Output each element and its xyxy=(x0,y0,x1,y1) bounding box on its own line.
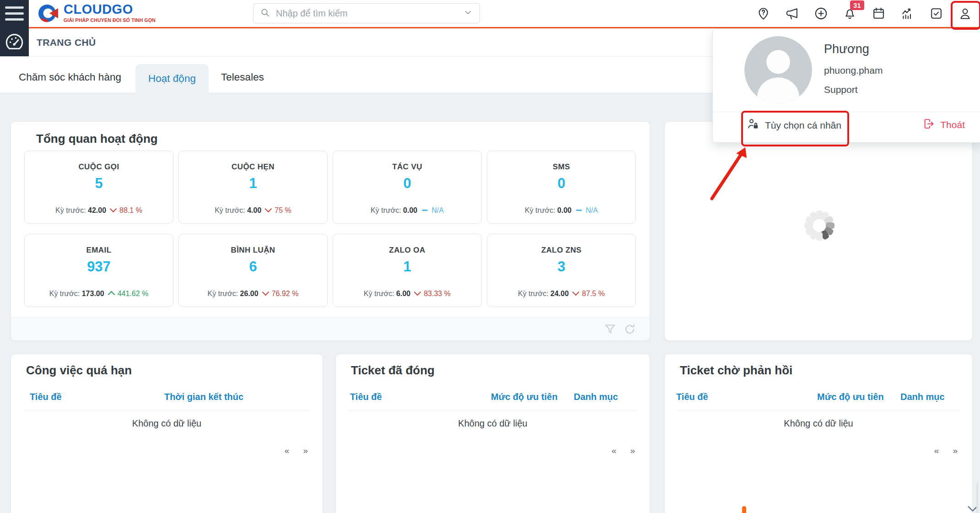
user-display-name: Phương xyxy=(824,42,869,56)
user-username: phuong.pham xyxy=(824,65,883,76)
annotation-box-user-icon xyxy=(951,1,980,30)
next-page-button[interactable]: » xyxy=(630,446,635,456)
stat-card-binh-luan: BÌNH LUẬN 6 Kỳ trước: 26.0076.92 % xyxy=(178,234,328,307)
tab-telesales[interactable]: Telesales xyxy=(221,57,264,93)
next-page-button[interactable]: » xyxy=(953,446,958,456)
next-page-button[interactable]: » xyxy=(303,446,308,456)
scrollbar-thumb[interactable] xyxy=(976,483,978,513)
prev-page-button[interactable]: « xyxy=(934,446,939,456)
overview-panel: Tổng quan hoạt động CUỘC GỌI 5 Kỳ trước:… xyxy=(11,121,650,341)
logout-menu-item[interactable]: Thoát xyxy=(923,118,965,132)
calendar-icon[interactable] xyxy=(871,6,886,21)
panel-title: Ticket đã đóng xyxy=(351,363,435,378)
annotation-arrow xyxy=(707,143,753,204)
bell-icon[interactable]: 31 xyxy=(842,6,857,21)
notification-badge: 31 xyxy=(850,0,864,10)
stat-card-cuoc-goi: CUỘC GỌI 5 Kỳ trước: 42.0088.1 % xyxy=(24,151,173,224)
cloudgo-dashboard: CLOUDGO GIẢI PHÁP CHUYỂN ĐỔI SỐ TINH GỌN xyxy=(0,0,980,513)
refresh-icon[interactable] xyxy=(624,323,636,335)
stat-card-grid: CUỘC GỌI 5 Kỳ trước: 42.0088.1 % CUỘC HẸ… xyxy=(24,151,636,307)
avatar xyxy=(744,36,812,104)
user-role: Support xyxy=(824,84,858,95)
pagination: « » xyxy=(934,446,958,456)
sidebar xyxy=(0,0,29,56)
divider xyxy=(349,410,637,410)
prev-page-button[interactable]: « xyxy=(612,446,617,456)
search-scope-chevron-icon[interactable] xyxy=(463,7,473,19)
empty-state-text: Không có dữ liệu xyxy=(665,418,972,429)
pagination: « » xyxy=(612,446,635,456)
annotation-box-personal-options xyxy=(741,111,849,146)
empty-state-text: Không có dữ liệu xyxy=(11,418,323,429)
top-bar: CLOUDGO GIẢI PHÁP CHUYỂN ĐỔI SỐ TINH GỌN xyxy=(29,0,980,28)
global-search xyxy=(253,3,480,23)
column-header-muc-do-uu-tien[interactable]: Mức độ ưu tiên xyxy=(491,392,558,402)
column-header-thoi-gian-ket-thuc[interactable]: Thời gian kết thúc xyxy=(164,392,243,402)
column-header-danh-muc[interactable]: Danh mục xyxy=(900,392,945,402)
tab-hoat-dong[interactable]: Hoạt động xyxy=(135,64,209,93)
panel-cong-viec-qua-han: Công việc quá hạn Tiêu đề Thời gian kết … xyxy=(11,354,323,513)
dashboard-gauge-icon[interactable] xyxy=(5,32,24,52)
cloudgo-logo-icon xyxy=(38,2,59,26)
filter-icon[interactable] xyxy=(604,323,616,335)
column-header-tieu-de[interactable]: Tiêu đề xyxy=(350,392,382,402)
trend-flat-icon xyxy=(422,210,428,211)
analytics-icon[interactable] xyxy=(900,6,915,21)
logo-wordmark: CLOUDGO xyxy=(64,2,156,16)
plus-circle-icon[interactable] xyxy=(813,6,829,21)
divider xyxy=(678,410,959,410)
overview-panel-title: Tổng quan hoạt động xyxy=(36,132,158,146)
column-header-tieu-de[interactable]: Tiêu đề xyxy=(30,392,62,402)
column-header-danh-muc[interactable]: Danh mục xyxy=(574,392,618,402)
trend-down-icon xyxy=(262,289,269,296)
hamburger-menu-icon[interactable] xyxy=(5,6,24,21)
panel-ticket-cho-phan-hoi: Ticket chờ phản hồi Tiêu đề Mức độ ưu ti… xyxy=(664,354,973,513)
divider xyxy=(24,410,310,410)
location-help-icon[interactable] xyxy=(756,6,771,21)
prev-page-button[interactable]: « xyxy=(285,446,290,456)
stat-card-tac-vu: TÁC VỤ 0 Kỳ trước: 0.00N/A xyxy=(333,151,482,224)
stat-card-cuoc-hen: CUỘC HẸN 1 Kỳ trước: 4.0075 % xyxy=(178,151,328,224)
loading-spinner xyxy=(804,211,835,241)
tab-cham-soc-khach-hang[interactable]: Chăm sóc khách hàng xyxy=(18,57,122,93)
trend-down-icon xyxy=(414,289,421,296)
trend-down-icon xyxy=(110,205,117,213)
panel-title: Ticket chờ phản hồi xyxy=(680,363,792,378)
search-input[interactable] xyxy=(275,8,458,19)
pagination: « » xyxy=(285,446,308,456)
trend-down-icon xyxy=(572,289,580,296)
trend-up-icon xyxy=(108,291,115,298)
trend-down-icon xyxy=(265,205,272,213)
panel-title: Công việc quá hạn xyxy=(26,363,132,378)
panel-ticket-da-dong: Ticket đã đóng Tiêu đề Mức độ ưu tiên Da… xyxy=(335,354,650,513)
stat-card-sms: SMS 0 Kỳ trước: 0.00N/A xyxy=(487,151,636,224)
stat-card-zalo-oa: ZALO OA 1 Kỳ trước: 6.0083.33 % xyxy=(333,234,482,307)
column-header-tieu-de[interactable]: Tiêu đề xyxy=(676,392,708,402)
stat-card-zalo-zns: ZALO ZNS 3 Kỳ trước: 24.0087.5 % xyxy=(487,234,636,307)
search-icon xyxy=(260,7,270,20)
orange-bar xyxy=(742,506,746,513)
overview-footer xyxy=(11,317,650,340)
logout-icon xyxy=(923,118,935,132)
logo-tagline: GIẢI PHÁP CHUYỂN ĐỔI SỐ TINH GỌN xyxy=(64,17,156,23)
megaphone-icon[interactable] xyxy=(785,6,800,21)
header-icon-row: 31 xyxy=(756,0,973,27)
page-title: TRANG CHỦ xyxy=(37,37,96,48)
empty-state-text: Không có dữ liệu xyxy=(336,418,650,429)
cloudgo-logo[interactable]: CLOUDGO GIẢI PHÁP CHUYỂN ĐỔI SỐ TINH GỌN xyxy=(38,2,156,26)
check-square-icon[interactable] xyxy=(929,6,944,21)
stat-card-email: EMAIL 937 Kỳ trước: 173.00441.62 % xyxy=(24,234,173,307)
column-header-muc-do-uu-tien[interactable]: Mức độ ưu tiên xyxy=(817,392,884,402)
trend-flat-icon xyxy=(576,210,582,211)
